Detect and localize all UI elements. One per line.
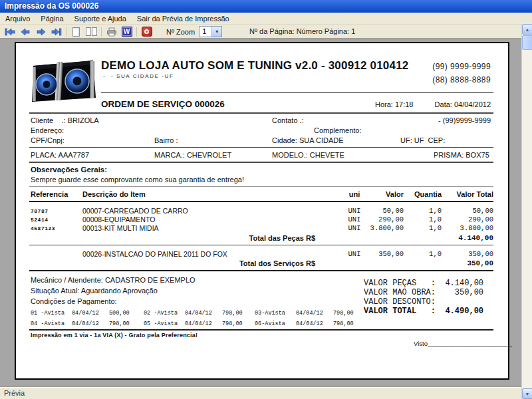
item-valor: 290,00 bbox=[352, 215, 404, 223]
valor-total-line: VALOR TOTAL : 4.490,00 bbox=[364, 307, 483, 316]
divider bbox=[29, 147, 493, 148]
payment-entry: 04 -Avista04/04/12798,00 bbox=[31, 321, 140, 327]
payment-entry: 05 -Avista04/04/12798,00 bbox=[144, 321, 253, 327]
document-page: DEMO LOJA AUTO SOM E TUNING v2.0 - 30091… bbox=[15, 42, 509, 380]
item-total: 50,00 bbox=[437, 207, 493, 215]
vehicle-brand: MARCA.: CHEVROLET bbox=[154, 151, 231, 159]
menu-item-suporte[interactable]: Suporte e Ajuda bbox=[69, 13, 132, 25]
divider bbox=[29, 162, 493, 163]
valor-pecas-line: VALOR PEÇAS : 4.140,00 bbox=[364, 279, 483, 288]
menu-item-sair-previa[interactable]: Sair da Prévia de Impressão bbox=[132, 13, 235, 25]
previous-page-icon bbox=[20, 28, 31, 36]
service-desc: 00026-INSTALCAO DO PAINEL 2011 DO FOX bbox=[82, 250, 227, 258]
observations-title: Observações Gerais: bbox=[31, 166, 107, 174]
parts-total-value: 4.140,00 bbox=[437, 234, 493, 242]
two-page-icon bbox=[86, 27, 97, 36]
item-valor: 50,00 bbox=[352, 207, 404, 215]
parts-total-label: Total das Peças R$ bbox=[82, 234, 315, 242]
services-total-label: Total dos Serviços R$ bbox=[82, 259, 315, 267]
window-title: Impressão da OS 000026 bbox=[5, 1, 98, 11]
payment-entry: 06-Avista04/04/12798,00 bbox=[255, 321, 364, 327]
district-label: Bairro : bbox=[154, 136, 178, 144]
zoom-value: 1 bbox=[200, 27, 211, 37]
company-phone-1: (99) 9999-9999 bbox=[432, 62, 491, 71]
company-logo bbox=[29, 57, 97, 106]
print-button[interactable] bbox=[104, 26, 119, 38]
client-name: Cliente .: BRIZOLA bbox=[31, 116, 99, 124]
divider bbox=[101, 92, 493, 93]
observations-text: Sempre guarde esse comprovante como sua … bbox=[31, 176, 244, 184]
payment-entry: 02 -Avista04/04/12798,00 bbox=[144, 310, 253, 317]
contact-label: Contato .: bbox=[272, 116, 304, 124]
status-bar: Prévia bbox=[0, 387, 521, 399]
chevron-down-icon[interactable]: ▼ bbox=[211, 27, 221, 37]
first-page-icon bbox=[5, 28, 16, 36]
vehicle-prisma: PRISMA: BOX75 bbox=[434, 151, 489, 159]
previous-page-button[interactable] bbox=[18, 26, 33, 38]
next-page-button[interactable] bbox=[33, 26, 49, 38]
signature-line: Visto________________________ bbox=[414, 340, 512, 347]
col-header-total: Valor Total bbox=[437, 190, 493, 198]
scroll-up-icon[interactable]: ▲ bbox=[522, 24, 532, 35]
zoom-select[interactable]: 1 ▼ bbox=[199, 26, 222, 37]
status-line: Situação Atual: Aguardando Aprovação bbox=[31, 287, 158, 295]
toolbar-separator bbox=[66, 27, 66, 37]
toolbar: W Nº Zoom 1 ▼ Nº da Página: Número Págin… bbox=[0, 25, 532, 39]
next-page-icon bbox=[35, 28, 47, 36]
payment-entry: 01 -Avista04/04/12500,00 bbox=[31, 310, 140, 317]
uf-cep-value: UF: UF CEP: bbox=[400, 136, 445, 144]
menu-item-arquivo[interactable]: Arquivo bbox=[0, 13, 35, 25]
item-desc: 00008-EQUIPAMENTO bbox=[82, 215, 155, 223]
close-preview-button[interactable] bbox=[139, 26, 154, 38]
menu-bar: Arquivo Página Suporte e Ajuda Sair da P… bbox=[0, 13, 532, 25]
printer-icon bbox=[106, 27, 117, 37]
col-header-valor: Valor bbox=[352, 190, 404, 198]
valor-desconto-line: VALOR DESCONTO: bbox=[364, 297, 436, 307]
company-title: DEMO LOJA AUTO SOM E TUNING v2.0 - 30091… bbox=[101, 59, 408, 72]
divider bbox=[29, 186, 493, 187]
order-title: ORDEM DE SERVIÇO 000026 bbox=[101, 99, 225, 109]
order-date: Data: 04/04/2012 bbox=[435, 100, 491, 108]
complement-label: Complemento: bbox=[314, 126, 362, 134]
item-total: 290,00 bbox=[437, 215, 493, 223]
services-total-value: 350,00 bbox=[437, 259, 493, 267]
document-viewport[interactable]: DEMO LOJA AUTO SOM E TUNING v2.0 - 30091… bbox=[0, 39, 521, 387]
power-icon bbox=[142, 27, 152, 37]
order-time: Hora: 17:18 bbox=[375, 100, 413, 108]
contact-phone: - (99)9999-9999 bbox=[438, 116, 491, 124]
toolbar-separator bbox=[136, 27, 137, 37]
cpf-label: CPF/Cnpj: bbox=[31, 136, 65, 144]
window-titlebar[interactable]: Impressão da OS 000026 bbox=[0, 0, 532, 13]
single-page-icon bbox=[72, 27, 80, 37]
payment-conditions-label: Condições de Pagamento: bbox=[31, 297, 117, 305]
single-page-view-button[interactable] bbox=[68, 26, 84, 38]
valor-mao-obra-line: VALOR MAO OBRA: 350,00 bbox=[364, 288, 483, 297]
export-word-button[interactable]: W bbox=[119, 26, 134, 38]
vehicle-plate: PLACA: AAA7787 bbox=[31, 151, 89, 159]
address-label: Endereço: bbox=[31, 126, 64, 134]
print-preview-window: Impressão da OS 000026 Arquivo Página Su… bbox=[0, 0, 532, 399]
two-page-view-button[interactable] bbox=[84, 26, 99, 38]
last-page-button[interactable] bbox=[49, 26, 64, 38]
item-ref: 52414 bbox=[31, 217, 49, 223]
company-phone-2: (88) 8888-8889 bbox=[432, 75, 491, 84]
scroll-down-icon[interactable]: ▼ bbox=[522, 388, 532, 399]
divider bbox=[29, 245, 493, 245]
company-subtitle: - - SUA CIDADE -UF bbox=[103, 73, 174, 79]
print-copies-note: Impressão em 1 via - 1a VIA (X) - Grato … bbox=[31, 332, 198, 338]
service-total: 350,00 bbox=[437, 250, 493, 258]
vertical-scrollbar[interactable]: ▲ ▼ bbox=[521, 24, 532, 399]
divider bbox=[29, 112, 493, 114]
toolbar-separator bbox=[101, 27, 102, 37]
menu-item-pagina[interactable]: Página bbox=[35, 13, 68, 25]
col-header-ref: Referencia bbox=[31, 190, 68, 198]
item-ref: 4587123 bbox=[31, 225, 55, 231]
last-page-icon bbox=[51, 28, 62, 36]
service-valor: 350,00 bbox=[352, 250, 404, 258]
mechanic-line: Mecânico / Atendente: CADASTRO DE EXEMPL… bbox=[31, 276, 196, 284]
first-page-button[interactable] bbox=[3, 26, 18, 38]
scrollbar-thumb[interactable] bbox=[522, 35, 532, 50]
divider bbox=[29, 201, 493, 202]
city-value: Cidade: SUA CIDADE bbox=[272, 136, 344, 144]
word-icon: W bbox=[122, 27, 132, 37]
